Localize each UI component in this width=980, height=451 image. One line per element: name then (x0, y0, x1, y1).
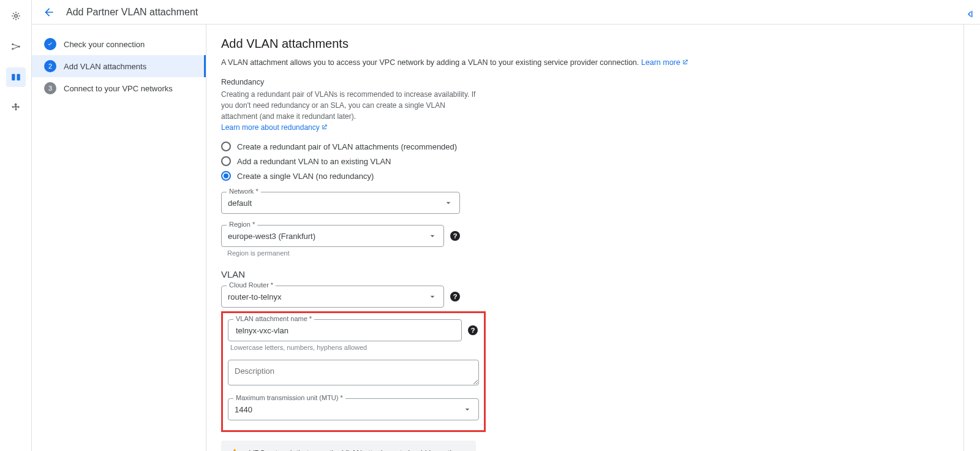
vlan-name-input[interactable] (235, 325, 455, 336)
graph-icon[interactable] (6, 37, 26, 56)
field-value: default (228, 199, 443, 208)
radio-redundant-pair[interactable]: Create a redundant pair of VLAN attachme… (221, 139, 965, 154)
banner-text-wrap: VPC network that uses the VLAN attachmen… (249, 448, 467, 451)
vlan-name-input-wrapper: VLAN attachment name * (228, 319, 462, 341)
radio-icon (221, 156, 231, 166)
chevron-down-icon (443, 198, 453, 208)
move-icon[interactable] (6, 98, 26, 118)
step-label: Check your connection (64, 40, 145, 49)
collapse-right-panel-icon[interactable] (964, 9, 975, 20)
step-number-icon: 3 (44, 82, 56, 94)
radio-add-to-existing[interactable]: Add a redundant VLAN to an existing VLAN (221, 154, 965, 169)
form-area: Add VLAN attachments A VLAN attachment a… (206, 25, 980, 451)
svg-rect-6 (971, 11, 973, 18)
radio-label: Create a single VLAN (no redundancy) (237, 172, 374, 181)
hub-icon[interactable] (6, 6, 26, 26)
step-number-icon: 2 (44, 60, 56, 72)
redundancy-hint: Creating a redundant pair of VLANs is re… (221, 89, 478, 133)
step-check-connection[interactable]: Check your connection (32, 33, 206, 55)
page-title: Add Partner VLAN attachment (66, 7, 198, 18)
vlan-name-sub: Lowercase letters, numbers, hyphens allo… (230, 344, 479, 351)
region-sub: Region is permanent (227, 249, 965, 257)
back-arrow-icon[interactable] (43, 6, 55, 18)
learn-more-link[interactable]: Learn more (641, 58, 688, 67)
vlan-name-help-icon[interactable]: ? (468, 325, 478, 335)
interconnect-icon[interactable] (6, 67, 26, 87)
step-label: Connect to your VPC networks (64, 84, 173, 93)
cloud-router-help-icon[interactable]: ? (450, 292, 460, 301)
check-circle-icon (44, 38, 56, 50)
field-label: VLAN attachment name * (233, 315, 314, 322)
form-heading: Add VLAN attachments (221, 37, 965, 51)
radio-label: Create a redundant pair of VLAN attachme… (237, 142, 457, 151)
main-column: Add Partner VLAN attachment Check your c… (32, 0, 980, 451)
app-root: Add Partner VLAN attachment Check your c… (0, 0, 980, 451)
region-help-icon[interactable]: ? (450, 231, 460, 241)
svg-point-3 (18, 46, 20, 48)
highlighted-vlan-box: VLAN attachment name * ? Lowercase lette… (221, 311, 486, 432)
field-value: 1440 (235, 405, 462, 414)
body-split: Check your connection 2 Add VLAN attachm… (32, 25, 980, 451)
mtu-select[interactable]: Maximum transmission unit (MTU) * 1440 (228, 398, 479, 420)
region-row: Region * europe-west3 (Frankfurt) ? (221, 225, 965, 247)
vlan-section-heading: VLAN (221, 269, 965, 279)
form-intro: A VLAN attachment allows you to access y… (221, 58, 965, 67)
region-select[interactable]: Region * europe-west3 (Frankfurt) (221, 225, 444, 247)
mtu-row: Maximum transmission unit (MTU) * 1440 (228, 398, 479, 420)
radio-icon (221, 142, 231, 151)
description-textarea[interactable] (228, 360, 479, 385)
redundancy-hint-text: Creating a redundant pair of VLANs is re… (221, 90, 475, 121)
chevron-down-icon (462, 404, 472, 414)
field-label: Network * (227, 188, 261, 195)
cloud-router-row: Cloud Router * router-to-telnyx ? (221, 286, 965, 308)
network-select[interactable]: Network * default (221, 192, 460, 214)
mtu-info-banner: VPC network that uses the VLAN attachmen… (221, 441, 476, 451)
step-connect-vpc[interactable]: 3 Connect to your VPC networks (32, 77, 206, 99)
field-label: Cloud Router * (227, 281, 276, 289)
chevron-down-icon (428, 292, 437, 301)
step-label: Add VLAN attachments (64, 62, 146, 71)
svg-rect-4 (12, 74, 15, 81)
redundancy-learn-link[interactable]: Learn more about redundancy (221, 123, 328, 132)
cloud-router-select[interactable]: Cloud Router * router-to-telnyx (221, 286, 444, 308)
radio-single-vlan[interactable]: Create a single VLAN (no redundancy) (221, 169, 965, 183)
radio-icon (221, 171, 231, 181)
stepper-sidebar: Check your connection 2 Add VLAN attachm… (32, 25, 206, 451)
redundancy-radiogroup: Create a redundant pair of VLAN attachme… (221, 139, 965, 183)
top-bar: Add Partner VLAN attachment (32, 0, 980, 25)
radio-label: Add a redundant VLAN to an existing VLAN (237, 157, 391, 166)
svg-point-0 (14, 15, 17, 18)
field-label: Region * (227, 221, 257, 228)
left-icon-rail (0, 0, 32, 451)
field-value: europe-west3 (Frankfurt) (228, 232, 428, 241)
redundancy-label: Redundancy (221, 78, 965, 86)
intro-text: A VLAN attachment allows you to access y… (221, 58, 639, 67)
vlan-name-row: VLAN attachment name * ? (228, 319, 479, 341)
svg-point-1 (12, 44, 13, 45)
field-value: router-to-telnyx (228, 292, 428, 301)
chevron-down-icon (428, 231, 437, 241)
svg-rect-5 (17, 74, 20, 81)
network-row: Network * default (221, 192, 965, 214)
step-add-vlan[interactable]: 2 Add VLAN attachments (32, 55, 206, 77)
svg-point-2 (12, 48, 13, 50)
field-label: Maximum transmission unit (MTU) * (233, 394, 345, 401)
warning-icon (230, 448, 239, 451)
right-divider (963, 25, 964, 451)
